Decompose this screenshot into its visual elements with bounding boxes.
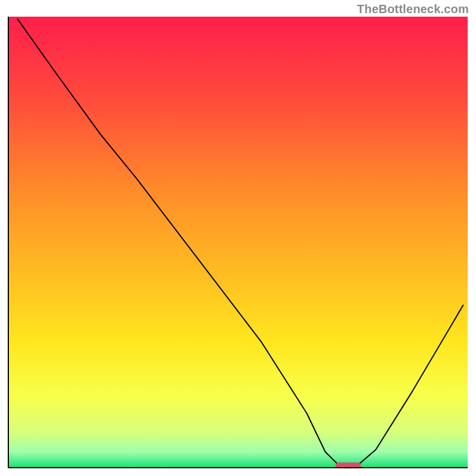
bottleneck-chart <box>0 0 476 476</box>
chart-stage: TheBottleneck.com <box>0 0 476 476</box>
heat-background <box>8 17 468 468</box>
